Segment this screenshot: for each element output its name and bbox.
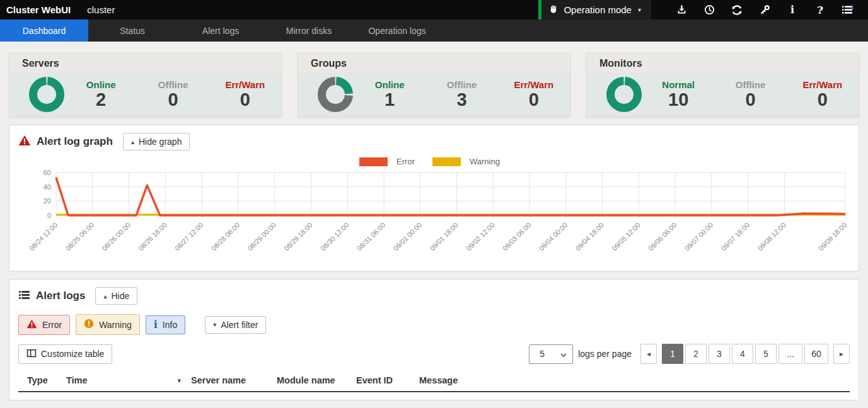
svg-text:08/29 00:00: 08/29 00:00 [246,221,277,252]
hand-icon [549,4,558,16]
tab-operation-logs[interactable]: Operation logs [353,20,441,42]
alert-log-chart: 020406008/24 12:0008/25 06:0008/26 00:00… [18,167,850,263]
caret-down-icon: ▾ [213,321,216,328]
alert-logs-title: Alert logs [36,290,85,302]
tab-alert-logs[interactable]: Alert logs [176,20,265,42]
page-button-3[interactable]: 3 [709,344,730,364]
clock-icon[interactable] [695,0,723,20]
log-filter-buttons: Error Warning i Info ▾ Alert filter [18,314,850,335]
manual-icon[interactable]: i [834,0,862,20]
help-icon[interactable]: ? [806,0,834,20]
legend-label: Warning [470,157,500,166]
monitors-donut-chart [606,76,642,113]
download-icon[interactable] [668,0,695,20]
page-size-select[interactable]: 5 [529,344,573,364]
stat-online: Online 1 [354,79,425,109]
page-button-2[interactable]: 2 [685,344,707,364]
column-header-event-id[interactable]: Event ID [356,375,419,385]
sort-desc-icon: ▾ [177,377,181,385]
operation-mode-label: Operation mode [564,4,632,15]
tab-status[interactable]: Status [88,20,176,42]
column-header-server-name[interactable]: Server name [191,375,277,385]
card-title: Monitors [587,54,859,72]
page-button-5[interactable]: 5 [755,344,777,364]
hide-graph-button[interactable]: ▴ Hide graph [123,133,190,150]
caret-up-icon: ▴ [103,293,107,300]
column-header-module-name[interactable]: Module name [277,375,356,385]
customize-table-button[interactable]: Customize table [18,344,112,364]
svg-text:08/24 12:00: 08/24 12:00 [28,221,59,252]
svg-text:i: i [851,4,854,11]
dashboard-content: Servers Online 2 Offline 0 Err/Warn 0 Gr… [0,42,868,400]
tab-mirror-disks[interactable]: Mirror disks [265,20,353,42]
svg-text:09/07 00:00: 09/07 00:00 [683,221,715,252]
filter-info-button[interactable]: i Info [146,315,185,334]
key-icon[interactable] [751,0,778,20]
stat-err-warn: Err/Warn 0 [787,79,859,109]
stat-normal: Normal 10 [642,79,714,109]
summary-cards: Servers Online 2 Offline 0 Err/Warn 0 Gr… [9,53,859,117]
tab-dashboard[interactable]: Dashboard [0,20,88,42]
legend-swatch-error [359,157,388,166]
svg-text:0: 0 [47,212,51,219]
alert-log-graph-panel: Alert log graph ▴ Hide graph ErrorWarnin… [9,125,859,271]
svg-text:08/29 18:00: 08/29 18:00 [282,221,314,252]
chevron-down-icon: ▾ [638,6,641,13]
svg-text:09/07 18:00: 09/07 18:00 [720,221,751,252]
top-bar: Cluster WebUI cluster Operation mode ▾ i… [0,0,868,20]
svg-text:09/04 18:00: 09/04 18:00 [574,221,605,252]
filter-info-icon: i [154,320,158,330]
refresh-icon[interactable] [723,0,751,20]
hide-logs-button[interactable]: ▴ Hide [95,287,137,305]
per-page-label: logs per page [578,349,632,359]
alert-logs-panel: Alert logs ▴ Hide Error Warning i Info ▾… [9,279,859,400]
servers-donut-chart [28,76,65,113]
card-servers: Servers Online 2 Offline 0 Err/Warn 0 [9,53,282,117]
chart-legend: ErrorWarning [18,157,850,166]
svg-text:09/01 00:00: 09/01 00:00 [392,221,424,252]
page-button-4[interactable]: 4 [732,344,753,364]
operation-mode-dropdown[interactable]: Operation mode ▾ [538,0,651,20]
stat-online: Online 2 [65,79,137,109]
prev-page-button[interactable]: ◂ [640,344,657,364]
page-button-60[interactable]: 60 [804,344,828,364]
info-icon[interactable]: i [778,0,806,20]
svg-text:09/05 12:00: 09/05 12:00 [610,221,642,252]
filter-warning-button[interactable]: Warning [76,314,140,335]
cluster-name: cluster [87,4,115,15]
app-title: Cluster WebUI [6,4,71,15]
next-page-button[interactable]: ▸ [833,344,850,364]
svg-text:09/04 00:00: 09/04 00:00 [538,221,569,252]
warning-triangle-icon [18,135,31,149]
chevron-down-icon [560,349,567,359]
tab-bar: DashboardStatusAlert logsMirror disksOpe… [0,20,868,42]
svg-text:60: 60 [43,169,51,176]
card-title: Groups [298,54,570,72]
alert-log-graph-title: Alert log graph [37,135,113,148]
svg-text:08/26 18:00: 08/26 18:00 [137,221,168,252]
svg-text:09/02 12:00: 09/02 12:00 [465,221,496,252]
stat-offline: Offline 0 [714,79,786,109]
card-title: Servers [9,54,281,72]
column-header-type[interactable]: Type [27,375,66,385]
legend-label: Error [396,157,415,166]
column-header-time[interactable]: Time▾ [66,375,191,385]
column-header-message[interactable]: Message [419,375,850,385]
page-buttons: 12345...60 [662,344,828,364]
filter-error-button[interactable]: Error [18,315,70,335]
stat-offline: Offline 3 [425,79,497,109]
filter-warning-icon [84,319,94,331]
page-button-1[interactable]: 1 [662,344,683,364]
legend-swatch-warning [432,157,461,166]
card-groups: Groups Online 1 Offline 3 Err/Warn 0 [298,53,570,117]
stat-err-warn: Err/Warn 0 [498,79,570,109]
pagination: 5 logs per page ◂ 12345...60 ▸ [529,344,850,364]
svg-text:09/06 06:00: 09/06 06:00 [647,221,678,252]
page-button-...[interactable]: ... [778,344,802,364]
alert-filter-button[interactable]: ▾ Alert filter [205,316,266,334]
header-toolbar: i?i [651,0,868,20]
caret-up-icon: ▴ [131,139,134,145]
svg-text:08/31 06:00: 08/31 06:00 [356,221,387,252]
svg-text:20: 20 [43,197,51,205]
svg-text:09/03 06:00: 09/03 06:00 [501,221,533,252]
